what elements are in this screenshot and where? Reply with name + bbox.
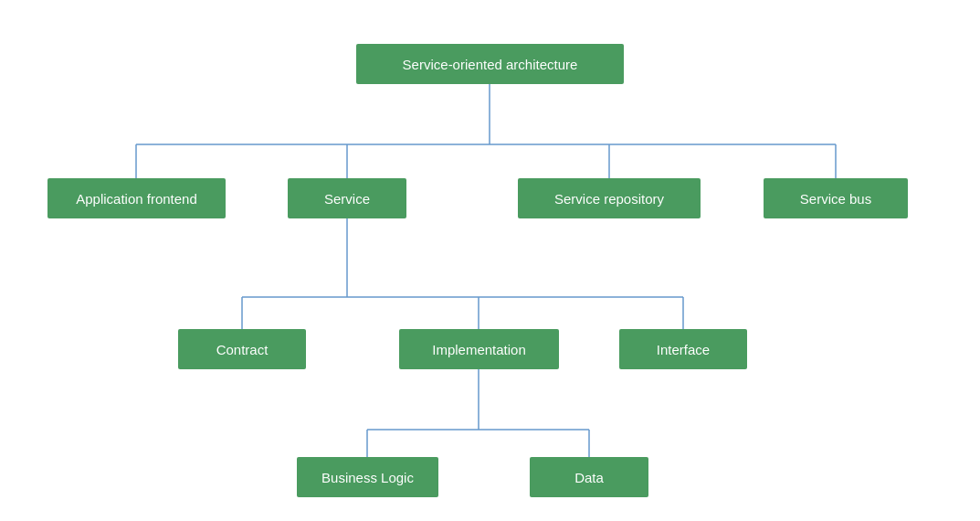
node-business-logic: Business Logic — [297, 457, 438, 497]
node-service-bus: Service bus — [764, 178, 908, 218]
node-root: Service-oriented architecture — [356, 44, 624, 84]
node-service: Service — [288, 178, 406, 218]
node-data: Data — [530, 457, 648, 497]
node-service-repository: Service repository — [518, 178, 701, 218]
node-app-frontend: Application frontend — [47, 178, 226, 218]
node-contract: Contract — [178, 329, 306, 369]
diagram-container: Service-oriented architecture Applicatio… — [0, 0, 980, 521]
node-interface: Interface — [619, 329, 747, 369]
node-implementation: Implementation — [399, 329, 559, 369]
